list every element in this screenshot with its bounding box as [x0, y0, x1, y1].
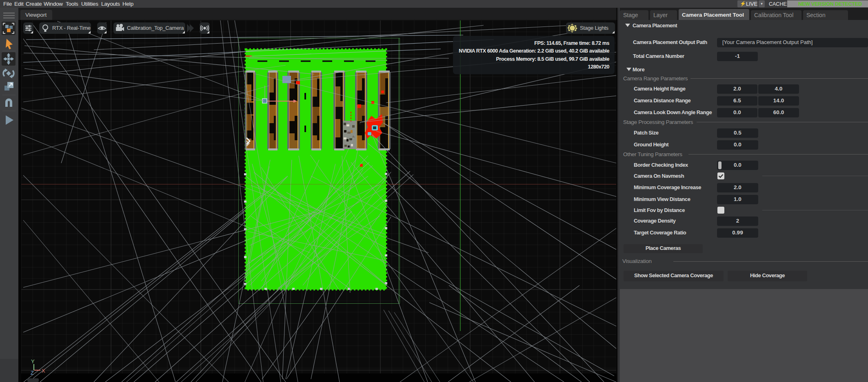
svg-text:Z: Z — [31, 370, 34, 376]
svg-text:Y: Y — [31, 358, 35, 364]
svg-text:X: X — [42, 368, 45, 374]
